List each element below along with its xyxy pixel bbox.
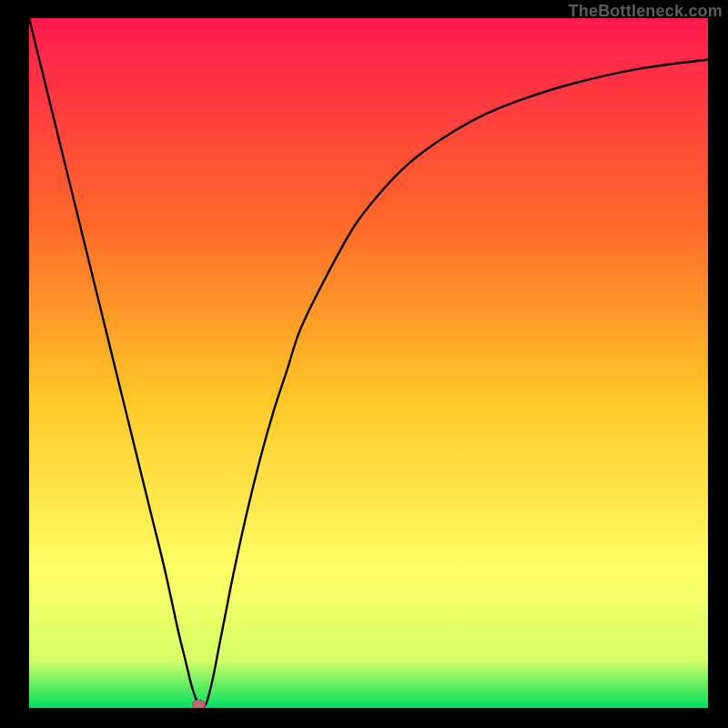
watermark-text: TheBottleneck.com	[569, 2, 723, 21]
chart-frame: TheBottleneck.com	[0, 0, 728, 728]
gradient-background	[29, 18, 708, 708]
bottleneck-chart	[29, 18, 708, 708]
minimum-marker	[193, 700, 206, 708]
plot-area	[29, 18, 708, 708]
